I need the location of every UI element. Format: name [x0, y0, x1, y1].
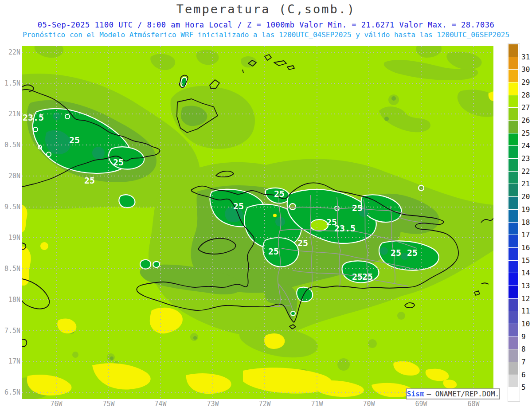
colorbar-tick-label: 12	[521, 294, 530, 303]
lat-tick-label: 6.5N	[0, 388, 20, 396]
colorbar-tick-label: 19	[521, 205, 530, 214]
contour-value-label: 25	[84, 175, 95, 186]
colorbar-segment	[508, 69, 519, 82]
contour-value-label: 25	[268, 246, 279, 257]
lon-tick-label: 68W	[460, 400, 487, 408]
lat-tick-label: 9.5N	[0, 203, 20, 211]
lat-tick-label: 19N	[0, 234, 20, 242]
colorbar-segment	[508, 273, 519, 286]
lon-tick-label: 74W	[147, 400, 174, 408]
contour-value-label: 25	[233, 201, 244, 211]
colorbar-tick-label: 29	[521, 78, 530, 86]
subtitle-model-line: Pronóstico con el Modelo Atmósferico WRF…	[0, 31, 532, 39]
page-title: Temperatura (C,somb.)	[0, 2, 532, 16]
colorbar-tick-label: 27	[521, 103, 530, 112]
colorbar-tick-label: 31	[521, 53, 530, 61]
colorbar-tick-label: 8	[521, 345, 526, 353]
colorbar-segment	[508, 349, 519, 362]
colorbar-tick-label: 11	[521, 307, 530, 315]
contour-value-label: 25	[362, 271, 373, 282]
colorbar-segment	[508, 145, 519, 159]
lon-tick-label: 76W	[43, 400, 70, 408]
colorbar-segment	[508, 82, 519, 95]
colorbar-segment	[508, 247, 519, 261]
colorbar-tick-label: 25	[521, 129, 530, 137]
lat-tick-label: 7.5N	[0, 327, 20, 335]
colorbar-segment	[508, 95, 519, 108]
credit-box: Sisπ — ONAMET/REP.DOM.	[406, 388, 500, 399]
colorbar-tick-label: 15	[521, 256, 530, 265]
colorbar-segment	[508, 120, 519, 133]
colorbar-segment	[508, 158, 519, 172]
colorbar-segment	[508, 222, 519, 235]
contour-value-label: 25	[274, 188, 285, 199]
colorbar-segment	[508, 260, 519, 274]
lat-tick-label: 0.5N	[0, 141, 20, 149]
subtitle-validity-line: 05-Sep-2025 1100 UTC / 8:00 am Hora Loca…	[0, 20, 532, 29]
colorbar-tick-label: 5	[521, 383, 526, 391]
colorbar-tick-label: 20	[521, 192, 530, 201]
lat-tick-label: 17N	[0, 357, 20, 365]
contour-value-label: 25	[69, 135, 80, 145]
lon-tick-label: 72W	[251, 400, 278, 408]
colorbar-tick-label: 17	[521, 231, 530, 239]
colorbar-segment	[508, 107, 519, 121]
colorbar-segment	[508, 311, 519, 324]
colorbar-tick-label: 7	[521, 358, 526, 366]
colorbar-tick-label: 23	[521, 154, 530, 163]
credit-brand: Sisπ	[407, 390, 424, 398]
credit-org: — ONAMET/REP.DOM.	[426, 390, 499, 398]
lat-tick-label: 22N	[0, 48, 20, 56]
lon-tick-label: 73W	[200, 400, 226, 408]
colorbar-tick-label: 6	[521, 371, 526, 379]
lon-tick-label: 75W	[95, 400, 122, 408]
colorbar-segment	[508, 375, 519, 388]
colorbar-segment	[508, 337, 519, 350]
contour-value-label: 25	[352, 203, 363, 213]
colorbar-segment	[508, 286, 519, 299]
contour-value-label: 25	[391, 247, 401, 258]
colorbar-tick-label: 16	[521, 243, 530, 252]
temperature-map-svg: 23.52525252525252523.5252525252525	[22, 46, 493, 399]
colorbar-segment	[508, 387, 519, 400]
colorbar-tick-label: 28	[521, 91, 530, 99]
lat-tick-label: 1.5N	[0, 79, 20, 87]
colorbar-tick-label: 9	[521, 333, 526, 341]
colorbar-segment	[508, 209, 519, 223]
colorbar-tick-label: 22	[521, 167, 530, 176]
colorbar-segment	[508, 362, 519, 375]
colorbar-segment	[508, 57, 519, 70]
lat-tick-label: 21N	[0, 110, 20, 118]
lon-tick-label: 70W	[356, 400, 382, 408]
lon-tick-label: 69W	[408, 400, 434, 408]
lon-tick-label: 71W	[304, 400, 330, 408]
colorbar-tick-label: 24	[521, 141, 530, 150]
contour-value-label: 23.5	[334, 223, 356, 234]
colorbar-segment	[508, 133, 519, 146]
colorbar-tick-label: 13	[521, 282, 530, 290]
colorbar-tick-label: 10	[521, 320, 530, 328]
contour-value-label: 25	[297, 238, 308, 248]
colorbar-segment	[508, 235, 519, 248]
colorbar-segment	[508, 324, 519, 337]
colorbar-tick-label: 18	[521, 218, 530, 227]
contour-value-label: 25	[352, 271, 363, 282]
contour-value-label: 25	[407, 247, 418, 258]
lat-tick-label: 20N	[0, 172, 20, 180]
colorbar-segment	[508, 184, 519, 197]
colorbar-tick-label: 26	[521, 116, 530, 125]
colorbar-tick-label: 14	[521, 269, 530, 277]
lat-tick-label: 8.5N	[0, 265, 20, 273]
temperature-shading	[22, 46, 493, 399]
colorbar-tick-label: 21	[521, 180, 530, 188]
colorbar-tick-label: 30	[521, 65, 530, 74]
map-plot-area: 23.52525252525252523.5252525252525	[22, 46, 493, 399]
weather-map-screenshot: Temperatura (C,somb.) 05-Sep-2025 1100 U…	[0, 0, 532, 411]
lat-tick-label: 18N	[0, 296, 20, 304]
contour-value-label: 23.5	[23, 112, 44, 123]
colorbar-segment	[508, 171, 519, 184]
colorbar-segment	[508, 298, 519, 312]
colorbar-segment	[508, 44, 519, 57]
colorbar-segment	[508, 196, 519, 210]
contour-value-label: 25	[113, 157, 124, 168]
